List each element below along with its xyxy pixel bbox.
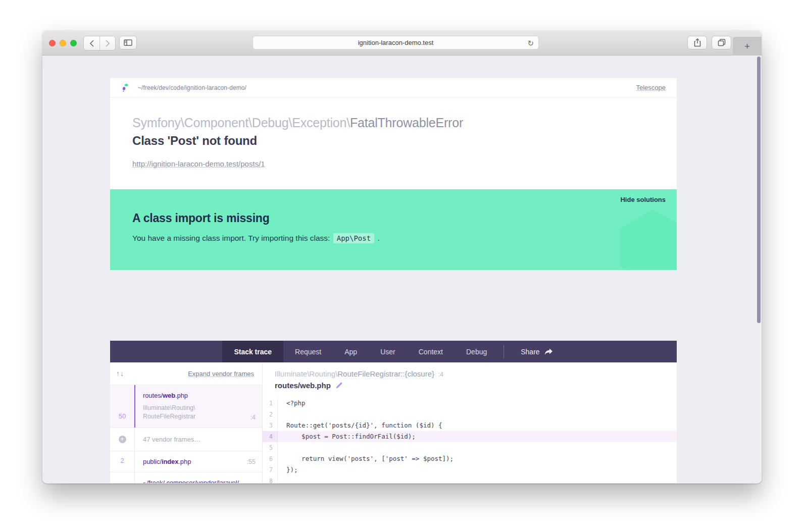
project-path: ~/freek/dev/code/ignition-laracon-demo/ — [138, 84, 246, 91]
expand-plus-icon: + — [119, 436, 126, 443]
address-bar-url: ignition-laracon-demo.test — [358, 39, 434, 46]
exception-namespace: Symfony\Component\Debug\Exception\ — [132, 116, 350, 130]
frame-sort-arrows[interactable]: ↑↓ — [116, 369, 124, 378]
code-line: 6 return view('posts', ['post' => $post]… — [263, 453, 677, 464]
close-window-button[interactable] — [49, 40, 56, 46]
code-snippet: 1<?php23Route::get('posts/{id}', functio… — [263, 398, 677, 483]
code-line: 2 — [263, 409, 677, 420]
stack-frames-list: 50routes/web.phpIlluminate\Routing\Route… — [110, 385, 262, 483]
line-content — [278, 409, 286, 420]
line-number: 2 — [263, 409, 278, 420]
frame-number: 50 — [110, 385, 134, 428]
address-bar[interactable]: ignition-laracon-demo.test ↻ — [253, 36, 539, 49]
vendor-frames-label: 47 vendor frames… — [134, 428, 262, 451]
file-name: routes/web.php — [275, 381, 331, 390]
page-viewport: ~/freek/dev/code/ignition-laracon-demo/ … — [42, 56, 762, 483]
solution-title: A class import is missing — [132, 211, 655, 225]
tab-user[interactable]: User — [369, 341, 407, 362]
forward-button[interactable] — [99, 36, 115, 50]
code-line: 5 — [263, 442, 677, 453]
share-icon — [694, 38, 701, 47]
frame-signature: Illuminate\Routing\RouteFileRegistrar::{… — [275, 369, 665, 378]
tab-app[interactable]: App — [333, 341, 369, 362]
solution-body: You have a missing class import. Try imp… — [132, 234, 655, 243]
tab-context[interactable]: Context — [407, 341, 455, 362]
sidebar-toggle-button[interactable] — [119, 36, 137, 49]
share-tab-label: Share — [521, 348, 539, 356]
tab-debug[interactable]: Debug — [455, 341, 498, 362]
chevron-right-icon — [106, 40, 109, 46]
edit-pencil-icon[interactable] — [335, 382, 343, 389]
vendor-frames-toggle[interactable]: +47 vendor frames… — [110, 428, 262, 451]
code-header: Illuminate\Routing\RouteFileRegistrar::{… — [263, 362, 677, 396]
line-number: 1 — [263, 398, 278, 409]
code-line: 3Route::get('posts/{id}', function ($id)… — [263, 420, 677, 431]
exception-section: Symfony\Component\Debug\Exception\FatalT… — [110, 97, 677, 189]
plus-icon: + — [744, 41, 750, 52]
minimize-window-button[interactable] — [60, 40, 66, 46]
frame-number: 1 — [110, 472, 134, 483]
line-content — [278, 475, 286, 483]
browser-titlebar: ignition-laracon-demo.test ↻ + — [42, 30, 762, 56]
code-pane: Illuminate\Routing\RouteFileRegistrar::{… — [263, 362, 677, 483]
line-number: 7 — [263, 464, 278, 475]
line-content: }); — [278, 464, 298, 475]
frame-file-path: routes/web.php — [143, 392, 255, 399]
line-content — [278, 442, 286, 453]
share-error-button[interactable]: Share — [509, 341, 564, 362]
exception-class: FatalThrowableError — [350, 116, 463, 130]
tab-divider — [504, 345, 504, 358]
stack-frame[interactable]: 50routes/web.phpIlluminate\Routing\Route… — [110, 385, 262, 428]
code-line: 8 — [263, 475, 677, 483]
request-url-link[interactable]: http://ignition-laracon-demo.test/posts/… — [132, 159, 265, 168]
stack-frame[interactable]: 1~/freek/.composer/vendor/laravel/valet/… — [110, 472, 262, 483]
reload-icon[interactable]: ↻ — [527, 39, 534, 48]
expand-vendor-frames-link[interactable]: Expand vendor frames — [188, 370, 254, 378]
telescope-link[interactable]: Telescope — [636, 84, 666, 91]
code-line: 1<?php — [263, 398, 677, 409]
frame-line-number: :4 — [250, 414, 256, 421]
tab-stack-trace[interactable]: Stack trace — [222, 341, 283, 362]
browser-window: ignition-laracon-demo.test ↻ + — [42, 30, 762, 484]
line-number: 3 — [263, 420, 278, 431]
stacktrace-card: Stack traceRequestAppUserContextDebug Sh… — [110, 341, 677, 483]
trace-main: ↑↓ Expand vendor frames 50routes/web.php… — [110, 362, 677, 483]
stack-frames-pane: ↑↓ Expand vendor frames 50routes/web.php… — [110, 362, 263, 483]
line-number: 6 — [263, 453, 278, 464]
frame-line-number: :4 — [438, 371, 443, 378]
zoom-window-button[interactable] — [70, 40, 77, 46]
tab-request[interactable]: Request — [283, 341, 333, 362]
open-file-line: routes/web.php — [275, 381, 665, 390]
chevron-left-icon — [90, 40, 93, 46]
flare-logo-icon — [121, 83, 129, 92]
line-number: 4 — [263, 431, 278, 442]
line-number: 8 — [263, 475, 278, 483]
stack-frame[interactable]: 2public/index.php:55 — [110, 451, 262, 472]
line-content: $post = Post::findOrFail($id); — [278, 431, 416, 442]
solution-body-prefix: You have a missing class import. Try imp… — [132, 234, 332, 242]
frame-namespace: Illuminate\Routing\ — [275, 369, 337, 378]
back-button[interactable] — [84, 36, 99, 50]
share-arrow-icon — [544, 348, 553, 355]
hide-solutions-button[interactable]: Hide solutions — [620, 196, 666, 203]
frame-class-name: Illuminate\Routing\RouteFileRegistrar — [143, 404, 255, 421]
ignition-header: ~/freek/dev/code/ignition-laracon-demo/ … — [110, 78, 677, 97]
solution-body-suffix: . — [375, 234, 380, 242]
share-page-button[interactable] — [687, 36, 707, 49]
trace-tab-bar: Stack traceRequestAppUserContextDebug Sh… — [110, 341, 677, 362]
code-line-highlighted: 4 $post = Post::findOrFail($id); — [263, 431, 677, 442]
tab-overview-button[interactable] — [712, 36, 731, 49]
frames-header: ↑↓ Expand vendor frames — [110, 362, 262, 385]
tabs-overview-icon — [718, 39, 726, 46]
line-content: Route::get('posts/{id}', function ($id) … — [278, 420, 442, 431]
frame-line-number: :55 — [247, 458, 256, 465]
frame-method: RouteFileRegistrar::{closure} — [337, 369, 434, 378]
line-number: 5 — [263, 442, 278, 453]
frame-number: 2 — [110, 451, 134, 472]
new-tab-button[interactable]: + — [733, 37, 762, 56]
exception-message: Class 'Post' not found — [132, 134, 655, 148]
frame-file-path: ~/freek/.composer/vendor/laravel/valet/s… — [143, 479, 255, 483]
exception-class-line: Symfony\Component\Debug\Exception\FatalT… — [132, 116, 655, 130]
line-content: <?php — [278, 398, 306, 409]
vertical-scrollbar[interactable] — [757, 57, 761, 323]
